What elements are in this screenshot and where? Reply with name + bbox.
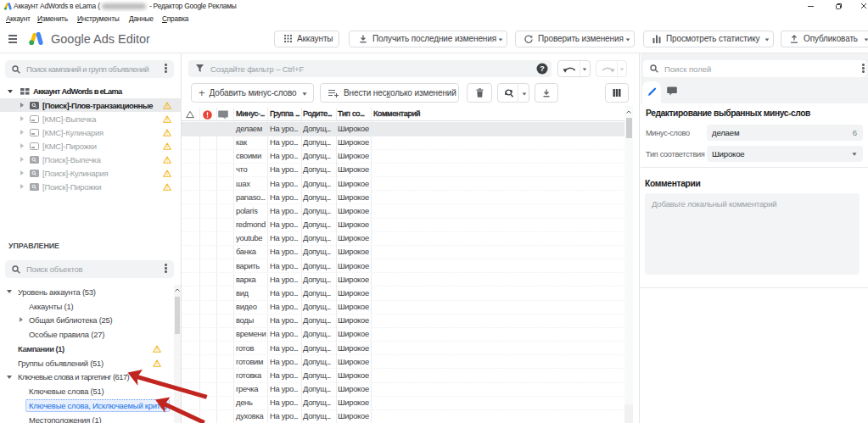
svg-text:?: ? <box>540 64 545 73</box>
